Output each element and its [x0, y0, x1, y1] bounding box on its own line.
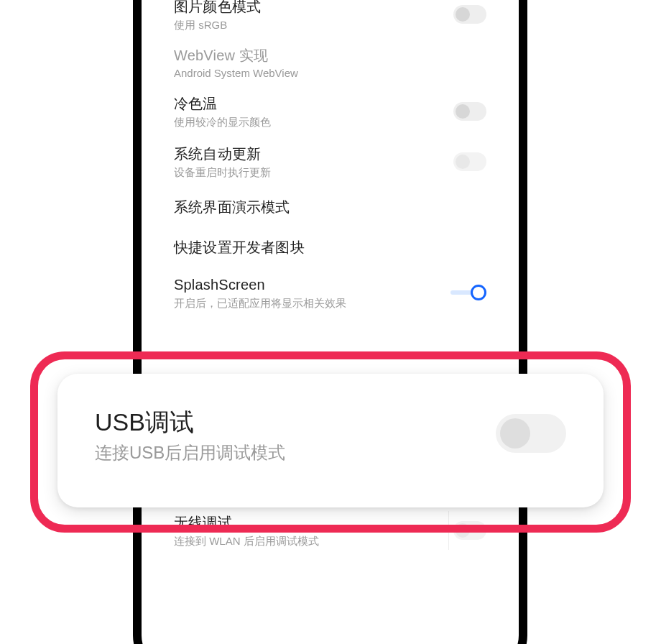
row-sub: 连接到 WLAN 后启用调试模式 — [174, 533, 319, 548]
highlight-border — [30, 351, 631, 533]
row-title: 快捷设置开发者图块 — [174, 237, 305, 257]
row-splashscreen[interactable]: SplashScreen 开启后，已适配应用将显示相关效果 — [144, 267, 517, 318]
row-title: 冷色温 — [174, 93, 271, 114]
phone-screen: 查看和控制当前正在运行的服务 图片颜色模式 使用 sRGB WebView 实现… — [144, 0, 517, 644]
settings-list: 图片颜色模式 使用 sRGB WebView 实现 Android System… — [144, 0, 517, 318]
toggle-cool-color-temp[interactable] — [453, 102, 486, 121]
row-sub: 使用 sRGB — [174, 17, 261, 32]
row-system-auto-update[interactable]: 系统自动更新 设备重启时执行更新 — [144, 137, 517, 187]
phone-frame: 查看和控制当前正在运行的服务 图片颜色模式 使用 sRGB WebView 实现… — [133, 0, 527, 644]
row-sub: Android System WebView — [174, 65, 298, 80]
row-title: 系统自动更新 — [174, 144, 271, 164]
row-cool-color-temp[interactable]: 冷色温 使用较冷的显示颜色 — [144, 86, 517, 137]
row-title: 图片颜色模式 — [174, 0, 261, 17]
toggle-splashscreen[interactable] — [448, 283, 486, 302]
row-sub: 设备重启时执行更新 — [174, 165, 271, 180]
row-sub: 使用较冷的显示颜色 — [174, 114, 271, 129]
row-title: WebView 实现 — [174, 45, 298, 65]
row-title: 系统界面演示模式 — [174, 197, 290, 217]
toggle-system-auto-update[interactable] — [453, 152, 486, 171]
row-webview-impl[interactable]: WebView 实现 Android System WebView — [144, 40, 517, 86]
row-sub: 开启后，已适配应用将显示相关效果 — [174, 295, 346, 310]
row-title: SplashScreen — [174, 275, 346, 295]
row-picture-color-mode[interactable]: 图片颜色模式 使用 sRGB — [144, 0, 517, 40]
row-quick-settings-dev-tiles[interactable]: 快捷设置开发者图块 — [144, 227, 517, 267]
toggle-picture-color-mode[interactable] — [453, 5, 486, 24]
row-system-ui-demo-mode[interactable]: 系统界面演示模式 — [144, 187, 517, 227]
